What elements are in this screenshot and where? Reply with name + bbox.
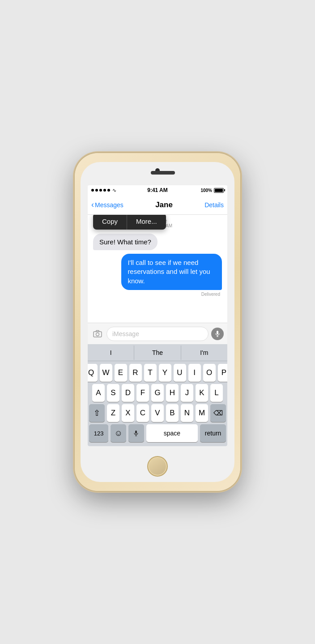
input-bar: iMessage xyxy=(88,323,227,344)
message-input[interactable]: iMessage xyxy=(106,327,209,341)
key-row-2: A S D F G H J K L xyxy=(89,384,226,402)
key-row-3: ⇧ Z X C V B N M ⌫ xyxy=(89,404,226,422)
back-arrow-icon: ‹ xyxy=(91,200,94,209)
svg-rect-2 xyxy=(217,331,218,334)
sent-message-row: I'll call to see if we need reservations… xyxy=(93,254,222,290)
key-l[interactable]: L xyxy=(210,384,223,402)
key-row-4: 123 ☺ space return xyxy=(89,424,226,442)
signal-dot xyxy=(103,189,106,192)
key-i[interactable]: I xyxy=(188,364,201,382)
battery-pct: 100% xyxy=(200,188,212,193)
received-bubble[interactable]: Sure! What time? Copy More... xyxy=(93,234,158,250)
suggestion-im[interactable]: I'm xyxy=(181,345,227,360)
key-a[interactable]: A xyxy=(92,384,105,402)
delivered-label: Delivered xyxy=(93,292,220,297)
status-bar: ∿ 9:41 AM 100% xyxy=(88,185,227,195)
key-u[interactable]: U xyxy=(174,364,186,382)
signal-dot xyxy=(95,189,98,192)
emoji-key[interactable]: ☺ xyxy=(111,424,126,442)
suggestion-i[interactable]: I xyxy=(88,345,134,360)
key-f[interactable]: F xyxy=(136,384,149,402)
return-key[interactable]: return xyxy=(200,424,226,442)
speaker-icon xyxy=(151,171,175,175)
space-key[interactable]: space xyxy=(146,424,198,442)
more-button[interactable]: More... xyxy=(127,215,166,230)
battery-icon xyxy=(214,188,224,193)
shift-key[interactable]: ⇧ xyxy=(89,404,105,422)
key-d[interactable]: D xyxy=(122,384,134,402)
key-t[interactable]: T xyxy=(144,364,157,382)
phone-device: ∿ 9:41 AM 100% ‹ Messages Jane Details xyxy=(75,153,240,491)
nav-title: Jane xyxy=(155,200,173,209)
signal-dot xyxy=(91,189,94,192)
messages-area: iMessage Today 9:39 AM Sure! What time? … xyxy=(88,215,227,323)
input-placeholder: iMessage xyxy=(112,330,139,337)
num-key[interactable]: 123 xyxy=(89,424,108,442)
key-y[interactable]: Y xyxy=(159,364,171,382)
key-k[interactable]: K xyxy=(196,384,208,402)
svg-point-1 xyxy=(96,333,99,336)
keyboard: I The I'm Q W E R T Y U I xyxy=(88,344,227,446)
key-r[interactable]: R xyxy=(129,364,142,382)
key-j[interactable]: J xyxy=(181,384,193,402)
key-c[interactable]: C xyxy=(136,404,149,422)
key-h[interactable]: H xyxy=(166,384,179,402)
copy-button[interactable]: Copy xyxy=(93,215,127,230)
svg-rect-5 xyxy=(135,431,137,434)
context-menu: Copy More... xyxy=(93,215,166,230)
received-text: Sure! What time? xyxy=(99,238,151,246)
keyboard-suggestions: I The I'm xyxy=(88,344,227,361)
key-v[interactable]: V xyxy=(151,404,164,422)
camera-button[interactable] xyxy=(91,328,104,340)
key-b[interactable]: B xyxy=(166,404,179,422)
key-m[interactable]: M xyxy=(196,404,208,422)
key-n[interactable]: N xyxy=(181,404,193,422)
home-button[interactable] xyxy=(147,456,168,477)
screen: ∿ 9:41 AM 100% ‹ Messages Jane Details xyxy=(88,185,227,446)
key-z[interactable]: Z xyxy=(107,404,119,422)
phone-inner: ∿ 9:41 AM 100% ‹ Messages Jane Details xyxy=(81,162,234,482)
sent-text: I'll call to see if we need reservations… xyxy=(128,259,210,285)
details-button[interactable]: Details xyxy=(204,201,224,209)
back-button[interactable]: ‹ Messages xyxy=(91,200,123,209)
received-message-row: Sure! What time? Copy More... xyxy=(93,234,222,250)
key-g[interactable]: G xyxy=(151,384,164,402)
signal-dot xyxy=(107,189,110,192)
status-right: 100% xyxy=(200,188,224,193)
signal-dot xyxy=(99,189,102,192)
microphone-button[interactable] xyxy=(211,328,224,340)
key-row-1: Q W E R T Y U I O P xyxy=(89,364,226,382)
suggestion-the[interactable]: The xyxy=(134,345,181,360)
delete-key[interactable]: ⌫ xyxy=(210,404,226,422)
wifi-icon: ∿ xyxy=(112,188,116,193)
battery-fill xyxy=(215,189,223,192)
sent-bubble[interactable]: I'll call to see if we need reservations… xyxy=(121,254,222,290)
key-q[interactable]: Q xyxy=(88,364,98,382)
key-x[interactable]: X xyxy=(122,404,134,422)
key-s[interactable]: S xyxy=(107,384,119,402)
key-p[interactable]: P xyxy=(218,364,228,382)
nav-bar: ‹ Messages Jane Details xyxy=(88,195,227,215)
keyboard-rows: Q W E R T Y U I O P A S xyxy=(88,361,227,446)
mic-key[interactable] xyxy=(128,424,144,442)
key-o[interactable]: O xyxy=(203,364,216,382)
signal-area: ∿ xyxy=(91,188,116,193)
status-time: 9:41 AM xyxy=(147,187,168,193)
key-e[interactable]: E xyxy=(115,364,127,382)
key-w[interactable]: W xyxy=(100,364,112,382)
back-label: Messages xyxy=(95,201,123,209)
